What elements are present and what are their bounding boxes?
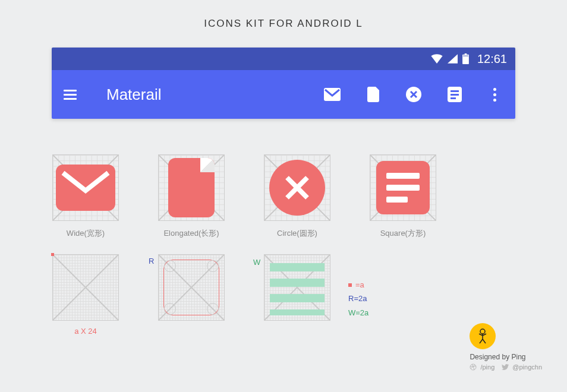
legend: =a R=2a W=2a: [348, 278, 368, 320]
svg-rect-2: [463, 55, 468, 57]
unit-a-marker: [51, 253, 54, 256]
status-time: 12:61: [477, 52, 507, 66]
icon-specimens: Wide(宽形) Elongated(长形) Circle(圆形): [52, 154, 567, 239]
wide-mail-icon: [56, 165, 115, 211]
specimen-label: Circle(圆形): [264, 228, 330, 239]
specimen-label: Wide(宽形): [52, 228, 119, 239]
svg-rect-1: [465, 53, 467, 55]
legend-r: R=2a: [348, 292, 368, 305]
radius-grid: [158, 254, 225, 321]
unit-grid: [52, 254, 119, 321]
credit-name: Designed by Ping: [470, 353, 542, 361]
file-icon[interactable]: [367, 87, 380, 102]
specimen-square: Square(方形): [370, 154, 436, 239]
legend-w: W=2a: [348, 306, 368, 320]
svg-point-9: [480, 329, 485, 334]
list-document-icon[interactable]: [448, 87, 462, 102]
android-bar: 12:61 Materail: [52, 48, 515, 119]
wifi-icon: [431, 54, 443, 64]
page-title: ICONS KIT FOR ANDROID L: [0, 0, 567, 30]
app-title: Materail: [106, 86, 161, 104]
specimen-circle: Circle(圆形): [264, 154, 330, 239]
close-circle-icon[interactable]: [406, 87, 421, 102]
credit-block: Designed by Ping /ping @pingchn: [470, 323, 542, 371]
specimen-label: Square(方形): [370, 228, 436, 239]
svg-rect-7: [451, 94, 459, 96]
overflow-icon[interactable]: [488, 88, 501, 102]
square-list-icon: [376, 161, 430, 214]
app-bar: Materail: [52, 70, 515, 119]
w-marker: W: [253, 258, 260, 267]
grid-dimension-label: a X 24: [52, 327, 119, 336]
signal-icon: [448, 54, 458, 64]
specimen-label: Elongated(长形): [158, 228, 225, 239]
svg-rect-8: [451, 97, 456, 99]
twitter-icon: [502, 364, 509, 370]
dribbble-handle[interactable]: /ping: [480, 363, 494, 371]
battery-icon: [462, 53, 469, 64]
specimen-wide: Wide(宽形): [52, 154, 119, 239]
avatar: [470, 323, 496, 349]
dribbble-icon: [470, 363, 477, 371]
hamburger-icon[interactable]: [64, 90, 77, 100]
specimen-elongated: Elongated(长形): [158, 154, 225, 239]
circle-close-icon: [269, 160, 325, 216]
status-bar: 12:61: [52, 48, 515, 70]
twitter-handle[interactable]: @pingchn: [512, 363, 542, 371]
mail-icon[interactable]: [324, 88, 341, 101]
r-marker: R: [149, 257, 154, 265]
width-grid: [264, 254, 330, 321]
svg-rect-6: [451, 90, 459, 92]
legend-a: =a: [348, 278, 368, 292]
elongated-file-icon: [168, 158, 215, 217]
